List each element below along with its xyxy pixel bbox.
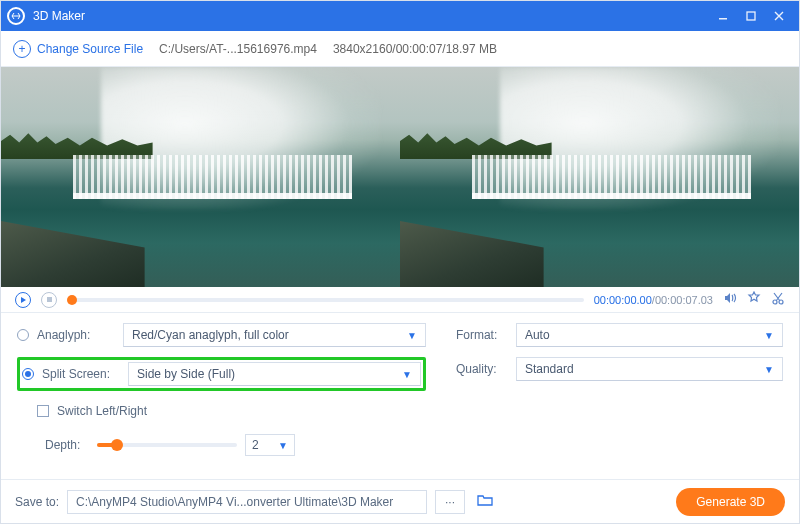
cut-icon[interactable] [771, 291, 785, 308]
plus-icon: + [13, 40, 31, 58]
seek-slider[interactable] [67, 298, 584, 302]
format-value: Auto [525, 328, 550, 342]
video-preview [1, 67, 799, 287]
footer: Save to: C:\AnyMP4 Studio\AnyMP4 Vi...on… [1, 479, 799, 523]
app-title: 3D Maker [33, 9, 85, 23]
anaglyph-radio[interactable] [17, 329, 29, 341]
save-path-field[interactable]: C:\AnyMP4 Studio\AnyMP4 Vi...onverter Ul… [67, 490, 427, 514]
titlebar: 3D Maker [1, 1, 799, 31]
time-current: 00:00:00.00 [594, 294, 652, 306]
play-button[interactable] [15, 292, 31, 308]
generate-label: Generate 3D [696, 495, 765, 509]
quality-row: Quality: Standard ▼ [456, 357, 783, 381]
time-total: 00:00:07.03 [655, 294, 713, 306]
split-screen-value: Side by Side (Full) [137, 367, 235, 381]
minimize-button[interactable] [709, 2, 737, 30]
open-folder-button[interactable] [473, 493, 497, 510]
chevron-down-icon: ▼ [402, 369, 412, 380]
depth-row: Depth: 2 ▼ [17, 433, 426, 457]
timecode: 00:00:00.00/00:00:07.03 [594, 294, 713, 306]
preview-right [400, 67, 799, 287]
anaglyph-value: Red/Cyan anaglyph, full color [132, 328, 289, 342]
stop-button[interactable] [41, 292, 57, 308]
chevron-down-icon: ▼ [278, 440, 288, 451]
save-to-label: Save to: [15, 495, 59, 509]
quality-value: Standard [525, 362, 574, 376]
quality-label: Quality: [456, 362, 508, 376]
anaglyph-dropdown[interactable]: Red/Cyan anaglyph, full color ▼ [123, 323, 426, 347]
format-row: Format: Auto ▼ [456, 323, 783, 347]
browse-button[interactable]: ··· [435, 490, 465, 514]
generate-3d-button[interactable]: Generate 3D [676, 488, 785, 516]
split-screen-highlight: Split Screen: Side by Side (Full) ▼ [17, 357, 426, 391]
switch-lr-checkbox[interactable] [37, 405, 49, 417]
change-source-button[interactable]: + Change Source File [13, 40, 143, 58]
change-source-label: Change Source File [37, 42, 143, 56]
chevron-down-icon: ▼ [764, 364, 774, 375]
toolbar: + Change Source File C:/Users/AT-...1561… [1, 31, 799, 67]
preview-left [1, 67, 400, 287]
split-screen-label: Split Screen: [42, 367, 120, 381]
depth-value-dropdown[interactable]: 2 ▼ [245, 434, 295, 456]
anaglyph-label: Anaglyph: [37, 328, 115, 342]
player-bar: 00:00:00.00/00:00:07.03 [1, 287, 799, 313]
quality-dropdown[interactable]: Standard ▼ [516, 357, 783, 381]
svg-rect-0 [719, 18, 727, 20]
options-area: Anaglyph: Red/Cyan anaglyph, full color … [1, 313, 799, 479]
depth-slider[interactable] [97, 443, 237, 447]
app-window: 3D Maker + Change Source File C:/Users/A… [0, 0, 800, 524]
depth-label: Depth: [45, 438, 89, 452]
save-path-value: C:\AnyMP4 Studio\AnyMP4 Vi...onverter Ul… [76, 495, 393, 509]
split-screen-radio[interactable] [22, 368, 34, 380]
depth-value: 2 [252, 438, 259, 452]
svg-rect-1 [747, 12, 755, 20]
split-screen-row: Split Screen: Side by Side (Full) ▼ [22, 362, 421, 386]
maximize-button[interactable] [737, 2, 765, 30]
snapshot-icon[interactable] [747, 291, 761, 308]
switch-lr-label: Switch Left/Right [57, 404, 147, 418]
split-screen-dropdown[interactable]: Side by Side (Full) ▼ [128, 362, 421, 386]
anaglyph-row: Anaglyph: Red/Cyan anaglyph, full color … [17, 323, 426, 347]
chevron-down-icon: ▼ [407, 330, 417, 341]
switch-lr-row: Switch Left/Right [17, 399, 426, 423]
close-button[interactable] [765, 2, 793, 30]
source-file-info: 3840x2160/00:00:07/18.97 MB [333, 42, 497, 56]
chevron-down-icon: ▼ [764, 330, 774, 341]
format-dropdown[interactable]: Auto ▼ [516, 323, 783, 347]
format-label: Format: [456, 328, 508, 342]
app-icon [7, 7, 25, 25]
volume-icon[interactable] [723, 291, 737, 308]
source-file-path: C:/Users/AT-...15616976.mp4 [159, 42, 317, 56]
